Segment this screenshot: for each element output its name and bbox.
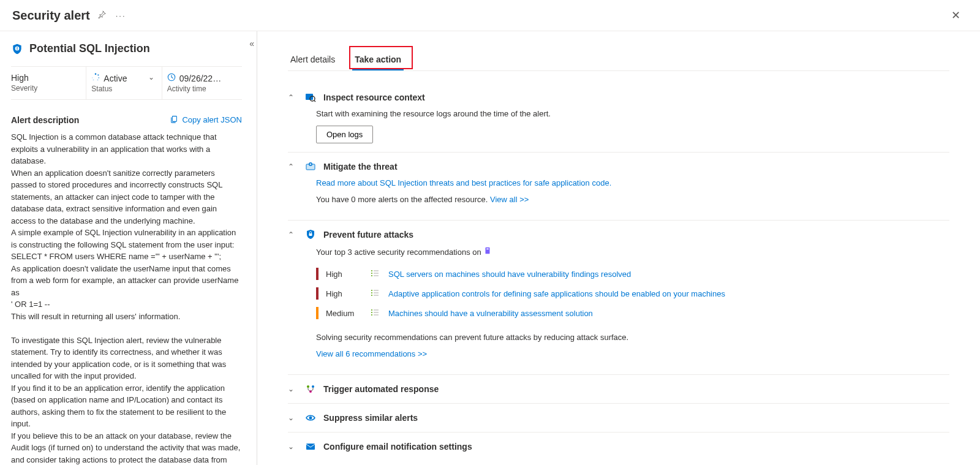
chevron-down-icon[interactable]: ⌄ <box>148 73 154 81</box>
status-spinner-icon <box>91 73 100 83</box>
more-icon[interactable]: ··· <box>116 11 126 20</box>
status-label: Status <box>91 85 148 93</box>
severity-bar <box>316 268 318 280</box>
header-actions: ··· <box>97 10 126 21</box>
section-suppress-title: Suppress similar alerts <box>323 413 418 423</box>
alert-title: Potential SQL Injection <box>29 42 150 55</box>
section-configure-title: Configure email notification settings <box>323 442 472 452</box>
mitigate-view-all-link[interactable]: View all >> <box>490 195 529 204</box>
page-title: Security alert <box>12 9 90 23</box>
mitigate-icon <box>305 161 316 172</box>
prevent-intro-text: Your top 3 active security recommendatio… <box>316 248 483 257</box>
severity-value: High <box>11 73 83 83</box>
recommendation-row: HighSQL servers on machines should have … <box>316 264 949 284</box>
shield-icon <box>11 43 23 55</box>
severity-bar <box>316 307 318 319</box>
description-heading: Alert description <box>11 115 79 125</box>
severity-label: Medium <box>326 309 363 318</box>
section-inspect-header[interactable]: ⌃ Inspect resource context <box>288 92 949 103</box>
resource-icon <box>483 248 492 257</box>
tab-take-action[interactable]: Take action <box>352 50 404 70</box>
section-configure: ⌄ Configure email notification settings <box>288 433 949 461</box>
section-suppress: ⌄ Suppress similar alerts <box>288 404 949 433</box>
clock-icon <box>167 73 176 83</box>
svg-rect-17 <box>487 249 489 250</box>
svg-point-19 <box>312 385 314 388</box>
right-panel: Alert details Take action ⌃ Inspect reso… <box>257 31 980 465</box>
alert-meta-row: High Severity Active Status ⌄ <box>11 66 242 100</box>
status-cell[interactable]: Active Status ⌄ <box>86 67 162 99</box>
copy-alert-json-link[interactable]: Copy alert JSON <box>170 115 242 125</box>
recommendation-link[interactable]: SQL servers on machines should have vuln… <box>388 270 631 279</box>
recommendation-link[interactable]: Adaptive application controls for defini… <box>388 289 725 298</box>
copy-icon <box>170 115 178 125</box>
svg-rect-1 <box>17 47 17 49</box>
section-mitigate: ⌃ Mitigate the threat Read more about SQ… <box>288 153 949 221</box>
severity-label: High <box>326 270 363 279</box>
chevron-down-icon: ⌄ <box>288 442 298 451</box>
header-bar: Security alert ··· ✕ <box>0 0 980 31</box>
activity-value: 09/26/22… <box>179 74 222 83</box>
svg-point-3 <box>95 73 97 75</box>
tabs: Alert details Take action <box>288 50 949 71</box>
chevron-up-icon: ⌃ <box>288 162 298 171</box>
inspect-icon <box>305 92 316 103</box>
recommendation-row: HighAdaptive application controls for de… <box>316 284 949 303</box>
svg-point-5 <box>99 77 100 78</box>
section-trigger-header[interactable]: ⌄ Trigger automated response <box>288 384 949 395</box>
chevron-up-icon: ⌃ <box>288 93 298 102</box>
severity-label: Severity <box>11 84 83 93</box>
suppress-icon <box>305 412 316 423</box>
section-prevent-title: Prevent future attacks <box>323 230 413 240</box>
checklist-icon <box>370 308 381 319</box>
recommendation-link[interactable]: Machines should have a vulnerability ass… <box>388 309 593 318</box>
inspect-text: Start with examining the resource logs a… <box>316 109 949 118</box>
tab-alert-details[interactable]: Alert details <box>288 50 337 70</box>
status-value: Active <box>104 74 127 83</box>
svg-point-4 <box>98 74 99 75</box>
checklist-icon <box>370 268 381 280</box>
svg-point-21 <box>309 417 312 420</box>
close-icon[interactable]: ✕ <box>944 6 968 25</box>
chevron-down-icon: ⌄ <box>288 385 298 393</box>
recommendation-row: MediumMachines should have a vulnerabili… <box>316 303 949 323</box>
section-mitigate-header[interactable]: ⌃ Mitigate the threat <box>288 161 949 172</box>
collapse-panel-icon[interactable]: « <box>249 39 254 48</box>
left-panel: « Potential SQL Injection High Severity <box>0 31 257 465</box>
prevent-footer-text: Solving security recommendations can pre… <box>316 333 949 342</box>
section-configure-header[interactable]: ⌄ Configure email notification settings <box>288 441 949 452</box>
svg-rect-16 <box>486 248 490 254</box>
svg-rect-10 <box>173 116 177 122</box>
open-logs-button[interactable]: Open logs <box>316 126 373 143</box>
chevron-up-icon: ⌃ <box>288 230 298 239</box>
activity-label: Activity time <box>167 85 239 93</box>
alert-description-body: SQL Injection is a common database attac… <box>11 131 242 465</box>
severity-label: High <box>326 289 363 298</box>
prevent-shield-icon <box>305 229 316 240</box>
section-prevent: ⌃ Prevent future attacks Your top 3 acti… <box>288 221 949 375</box>
pin-icon[interactable] <box>97 10 106 21</box>
section-trigger-title: Trigger automated response <box>323 384 439 394</box>
svg-point-7 <box>93 80 94 81</box>
section-prevent-header[interactable]: ⌃ Prevent future attacks <box>288 229 949 240</box>
section-mitigate-title: Mitigate the threat <box>323 162 398 172</box>
section-inspect: ⌃ Inspect resource context Start with ex… <box>288 83 949 153</box>
svg-rect-2 <box>17 49 17 50</box>
chevron-down-icon: ⌄ <box>288 414 298 422</box>
severity-cell: High Severity <box>11 67 86 99</box>
svg-rect-15 <box>309 233 312 236</box>
checklist-icon <box>370 288 381 300</box>
section-inspect-title: Inspect resource context <box>323 93 425 102</box>
svg-rect-11 <box>306 94 313 100</box>
svg-rect-22 <box>306 444 315 450</box>
section-suppress-header[interactable]: ⌄ Suppress similar alerts <box>288 412 949 423</box>
prevent-view-all-link[interactable]: View all 6 recommendations >> <box>316 349 427 358</box>
activity-cell: 09/26/22… Activity time <box>162 67 242 99</box>
email-icon <box>305 441 316 452</box>
mitigate-more-alerts-text: You have 0 more alerts on the affected r… <box>316 195 490 204</box>
automation-icon <box>305 384 316 395</box>
svg-point-8 <box>92 77 93 78</box>
svg-point-18 <box>307 385 309 388</box>
mitigate-read-more-link[interactable]: Read more about SQL Injection threats an… <box>316 178 611 187</box>
severity-bar <box>316 287 318 300</box>
